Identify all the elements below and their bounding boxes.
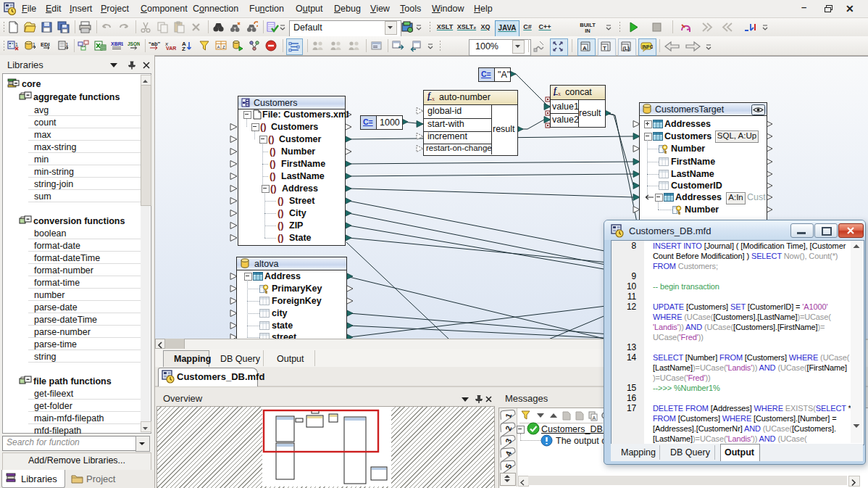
svg-text:x: x [558,91,561,96]
svg-text:INFO: INFO [642,44,653,49]
svg-text:XBRL: XBRL [111,41,123,46]
svg-text:A: A [217,45,220,49]
svg-text:Z: Z [222,45,225,49]
svg-text:1: 1 [15,42,18,47]
svg-text:(L): (L) [623,45,630,51]
svg-text:A: A [593,415,596,421]
svg-text:x: x [432,96,435,102]
svg-text:T: T [603,45,606,51]
svg-text:VAR: VAR [166,46,176,51]
svg-text:“ab”: “ab” [149,41,161,47]
svg-text:A: A [583,45,587,51]
svg-text:JSON: JSON [128,41,140,46]
svg-text:Z: Z [182,46,185,52]
